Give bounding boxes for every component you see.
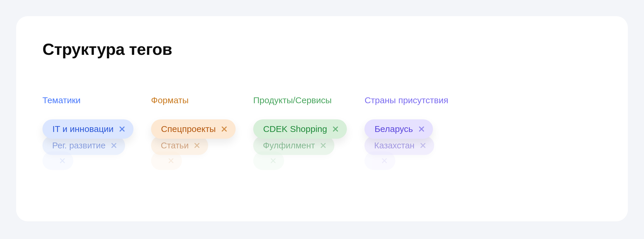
tag-label: Спецпроекты — [161, 124, 216, 134]
tag-label: Статьи — [161, 140, 189, 150]
column-countries: Страны присутствия Беларусь Казахстан — [364, 95, 448, 170]
tag-label: Фулфилмент — [263, 140, 315, 150]
tag-label: IT и инновации — [52, 124, 114, 134]
column-header: Продукты/Сервисы — [253, 95, 332, 105]
close-icon — [381, 157, 388, 164]
close-icon[interactable] — [418, 126, 425, 132]
tag-chip[interactable]: Статьи — [151, 136, 208, 155]
column-formats: Форматы Спецпроекты Статьи — [151, 95, 236, 170]
tag-stack: IT и инновации Рег. развитие — [42, 119, 133, 170]
tag-stack: CDEK Shopping Фулфилмент — [253, 119, 347, 170]
column-header: Форматы — [151, 95, 189, 105]
tag-structure-card: Структура тегов Тематики IT и инновации … — [16, 16, 628, 221]
close-icon — [270, 157, 276, 164]
column-topics: Тематики IT и инновации Рег. развитие — [42, 95, 133, 170]
close-icon[interactable] — [221, 126, 227, 132]
close-icon[interactable] — [320, 142, 327, 149]
close-icon[interactable] — [111, 142, 117, 149]
tag-chip[interactable]: Казахстан — [364, 136, 434, 155]
close-icon[interactable] — [332, 126, 339, 132]
close-icon — [168, 157, 174, 164]
tag-label: Казахстан — [374, 140, 415, 150]
close-icon[interactable] — [420, 142, 426, 149]
tag-label: CDEK Shopping — [263, 124, 327, 134]
column-products: Продукты/Сервисы CDEK Shopping Фулфилмен… — [253, 95, 347, 170]
tag-label: Рег. развитие — [52, 140, 105, 150]
close-icon[interactable] — [119, 126, 125, 132]
tag-stack: Спецпроекты Статьи — [151, 119, 236, 170]
tag-chip[interactable]: Беларусь — [364, 119, 433, 139]
column-header: Страны присутствия — [364, 95, 448, 105]
tag-chip[interactable]: CDEK Shopping — [253, 119, 347, 139]
column-header: Тематики — [42, 95, 80, 105]
close-icon[interactable] — [194, 142, 200, 149]
card-title: Структура тегов — [42, 40, 602, 59]
tag-chip[interactable]: Фулфилмент — [253, 136, 335, 155]
columns-container: Тематики IT и инновации Рег. развитие — [42, 95, 602, 170]
tag-chip[interactable]: IT и инновации — [42, 119, 133, 139]
tag-chip[interactable]: Спецпроекты — [151, 119, 236, 139]
tag-stack: Беларусь Казахстан — [364, 119, 436, 170]
close-icon — [59, 157, 66, 164]
tag-chip[interactable]: Рег. развитие — [42, 136, 125, 155]
tag-label: Беларусь — [374, 124, 413, 134]
